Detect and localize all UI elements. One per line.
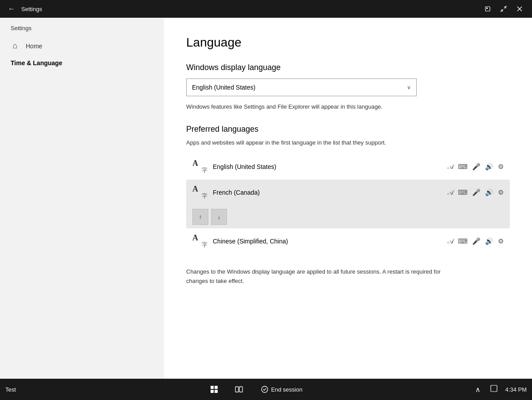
pin-button[interactable] <box>481 2 495 16</box>
text-to-speech-icon-zh: 🔊 <box>485 237 493 245</box>
settings-icon: ⚙ <box>498 163 504 171</box>
home-icon: ⌂ <box>11 41 20 51</box>
sidebar-item-home-label: Home <box>26 43 42 50</box>
handwriting-icon-fr: 𝒜 <box>448 188 454 196</box>
svg-rect-6 <box>211 390 214 393</box>
sidebar-item-home[interactable]: ⌂ Home <box>0 37 164 55</box>
keyboard-icon: ⌨ <box>458 163 468 171</box>
lang-icon-french: A 字 <box>192 185 207 200</box>
sidebar: Settings ⌂ Home Time & Language <box>0 18 164 379</box>
lang-features-chinese: 𝒜 ⌨ 🎤 🔊 ⚙ <box>448 237 504 245</box>
sidebar-item-time-language-label: Time & Language <box>11 59 62 67</box>
svg-rect-9 <box>239 387 243 392</box>
display-language-title: Windows display language <box>186 63 510 72</box>
taskbar-right: ∧ 4:34 PM <box>473 383 527 396</box>
mic-icon: 🎤 <box>472 163 481 171</box>
svg-rect-5 <box>215 386 218 389</box>
lang-item-chinese[interactable]: A 字 Chinese (Simplified, China) 𝒜 ⌨ 🎤 🔊 … <box>186 228 510 254</box>
titlebar: ← Settings <box>0 0 532 18</box>
changes-note: Changes to the Windows display language … <box>186 267 452 286</box>
settings-icon-fr: ⚙ <box>498 188 504 196</box>
chevron-down-icon: ∨ <box>407 84 411 90</box>
keyboard-icon-fr: ⌨ <box>458 188 468 196</box>
mic-icon-fr: 🎤 <box>472 188 481 196</box>
preferred-languages-title: Preferred languages <box>186 125 510 134</box>
handwriting-icon: 𝒜 <box>448 163 454 171</box>
taskbar: Test End session ∧ <box>0 379 532 400</box>
sidebar-item-time-language[interactable]: Time & Language <box>0 55 164 71</box>
end-session-button[interactable]: End session <box>257 384 307 395</box>
move-up-button[interactable]: ↑ <box>192 209 208 225</box>
svg-rect-8 <box>235 387 239 392</box>
end-session-label: End session <box>271 386 302 393</box>
display-language-dropdown[interactable]: English (United States) ∨ <box>186 78 417 96</box>
lang-icon-chinese: A 字 <box>192 234 207 249</box>
task-view-button[interactable] <box>232 382 246 396</box>
svg-point-10 <box>262 386 268 392</box>
text-to-speech-icon-fr: 🔊 <box>485 188 493 196</box>
lang-features-english: 𝒜 ⌨ 🎤 🔊 ⚙ <box>448 163 504 171</box>
lang-name-french: French (Canada) <box>213 189 448 196</box>
handwriting-icon-zh: 𝒜 <box>448 237 454 245</box>
preferred-languages-desc: Apps and websites will appear in the fir… <box>186 138 510 147</box>
language-list: A 字 English (United States) 𝒜 ⌨ 🎤 🔊 ⚙ A … <box>186 154 510 254</box>
page-title: Language <box>186 35 510 50</box>
taskbar-center: End session <box>41 382 473 396</box>
titlebar-title: Settings <box>21 6 481 12</box>
keyboard-icon-zh: ⌨ <box>458 237 468 245</box>
reorder-buttons: ↑ ↓ <box>186 205 510 228</box>
display-language-desc: Windows features like Settings and File … <box>186 102 510 111</box>
back-button[interactable]: ← <box>5 3 18 15</box>
move-down-button[interactable]: ↓ <box>211 209 227 225</box>
window-controls <box>481 2 527 16</box>
sidebar-header: Settings <box>0 18 164 37</box>
svg-rect-4 <box>211 386 214 389</box>
start-button[interactable] <box>207 382 221 396</box>
lang-name-chinese: Chinese (Simplified, China) <box>213 238 448 245</box>
close-button[interactable] <box>512 2 527 16</box>
mic-icon-zh: 🎤 <box>472 237 481 245</box>
settings-icon-zh: ⚙ <box>498 237 504 245</box>
dropdown-value: English (United States) <box>192 84 255 91</box>
text-to-speech-icon: 🔊 <box>485 163 493 171</box>
lang-icon-english: A 字 <box>192 159 207 174</box>
lang-features-french: 𝒜 ⌨ 🎤 🔊 ⚙ <box>448 188 504 196</box>
content-area: Language Windows display language Englis… <box>164 18 532 379</box>
notification-icon[interactable] <box>489 383 499 396</box>
svg-rect-1 <box>486 8 488 9</box>
taskbar-time: 4:34 PM <box>505 386 527 393</box>
lang-item-french[interactable]: A 字 French (Canada) 𝒜 ⌨ 🎤 🔊 ⚙ <box>186 180 510 205</box>
maximize-button[interactable] <box>497 2 511 16</box>
lang-item-english[interactable]: A 字 English (United States) 𝒜 ⌨ 🎤 🔊 ⚙ <box>186 154 510 180</box>
main-layout: Settings ⌂ Home Time & Language Language… <box>0 18 532 379</box>
chevron-up-icon[interactable]: ∧ <box>473 384 482 396</box>
lang-name-english: English (United States) <box>213 163 448 170</box>
svg-rect-7 <box>215 390 218 393</box>
svg-rect-11 <box>491 385 497 392</box>
taskbar-label: Test <box>5 386 41 393</box>
